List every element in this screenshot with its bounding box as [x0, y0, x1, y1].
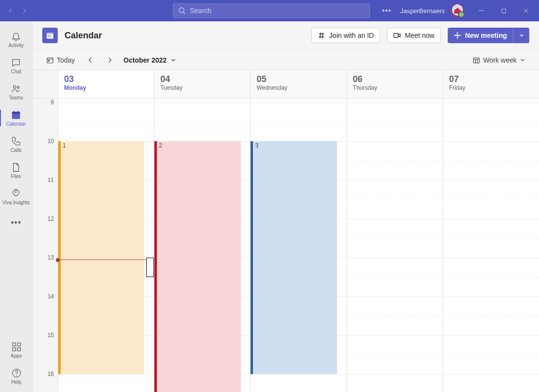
rail-label: Activity: [8, 43, 24, 48]
insights-icon: [11, 188, 21, 199]
day-number: 07: [449, 74, 533, 84]
join-with-id-button[interactable]: Join with an ID: [311, 28, 380, 43]
day-header[interactable]: 06Thursday: [347, 70, 443, 98]
view-label: Work week: [483, 56, 517, 64]
hour-label: 13: [48, 254, 54, 261]
left-rail: Activity Chat Teams Calendar Calls Files…: [0, 21, 33, 392]
chevron-down-icon: [519, 33, 524, 38]
nav-history: [2, 5, 33, 16]
rail-calls[interactable]: Calls: [0, 131, 33, 157]
plus-icon: [454, 32, 461, 39]
search-box[interactable]: [173, 3, 370, 18]
rail-apps[interactable]: Apps: [0, 337, 33, 363]
event-title: 2: [159, 142, 162, 149]
calendar-event[interactable]: 3: [251, 141, 337, 374]
month-picker[interactable]: October 2022: [121, 56, 178, 64]
rail-help[interactable]: Help: [0, 363, 33, 389]
calendar-event[interactable]: 1: [58, 141, 144, 374]
calendar-tile-icon: [42, 28, 58, 43]
rail-label: Calendar: [6, 121, 26, 127]
svg-rect-7: [18, 110, 19, 112]
title-right: ••• JasperBernaers: [379, 0, 537, 21]
avatar-house-icon: [453, 6, 462, 15]
day-column[interactable]: 2: [154, 98, 250, 392]
today-label: Today: [57, 56, 75, 64]
next-week-button[interactable]: [102, 52, 118, 68]
view-selector[interactable]: Work week: [469, 52, 529, 68]
nav-forward-button[interactable]: [18, 5, 30, 16]
svg-rect-10: [12, 347, 15, 350]
svg-rect-21: [473, 58, 479, 63]
file-icon: [11, 162, 21, 173]
rail-label: Teams: [9, 95, 23, 100]
day-header[interactable]: 03Monday: [58, 70, 154, 98]
maximize-button[interactable]: [492, 0, 515, 21]
video-icon: [393, 32, 401, 39]
calendar-header: Calendar Join with an ID Meet now New me…: [33, 21, 539, 50]
rail-more[interactable]: •••: [0, 210, 33, 236]
event-title: 3: [255, 142, 258, 149]
rail-files[interactable]: Files: [0, 157, 33, 183]
rail-calendar[interactable]: Calendar: [0, 105, 33, 131]
calendar-event[interactable]: 2: [154, 141, 240, 392]
day-header[interactable]: 07Friday: [443, 70, 539, 98]
hour-label: 14: [48, 293, 54, 300]
bell-icon: [11, 31, 21, 42]
svg-point-13: [16, 375, 17, 375]
calendar-grid[interactable]: 910111213141516 123: [33, 98, 539, 392]
month-label-text: October 2022: [123, 56, 167, 64]
rail-label: Viva Insights: [2, 200, 30, 205]
time-gutter-head: [33, 70, 58, 98]
meet-now-button[interactable]: Meet now: [387, 28, 441, 43]
hour-label: 12: [48, 215, 54, 222]
rail-teams[interactable]: Teams: [0, 79, 33, 105]
selected-time-slot[interactable]: [146, 258, 154, 277]
title-bar: ••• JasperBernaers: [0, 0, 539, 21]
svg-rect-15: [47, 33, 53, 34]
page-title: Calendar: [65, 31, 102, 41]
day-headers: 03Monday04Tuesday05Wednesday06Thursday07…: [33, 70, 539, 98]
rail-chat[interactable]: Chat: [0, 52, 33, 79]
day-header[interactable]: 04Tuesday: [154, 70, 250, 98]
teams-icon: [11, 83, 21, 94]
chat-icon: [11, 57, 21, 68]
rail-label: Help: [11, 379, 21, 385]
nav-back-button[interactable]: [5, 5, 17, 16]
avatar[interactable]: [451, 4, 464, 17]
day-name: Tuesday: [160, 84, 244, 91]
chevron-down-icon: [170, 57, 176, 63]
day-column[interactable]: [347, 98, 443, 392]
more-icon: •••: [11, 218, 21, 228]
rail-label: Calls: [11, 147, 21, 153]
settings-more-icon[interactable]: •••: [379, 6, 394, 15]
svg-rect-17: [50, 35, 51, 36]
user-name: JasperBernaers: [400, 7, 445, 15]
day-number: 05: [256, 74, 340, 84]
day-name: Wednesday: [256, 84, 340, 91]
now-indicator: [58, 260, 154, 260]
svg-rect-19: [47, 58, 53, 63]
day-name: Monday: [64, 84, 148, 91]
chevron-right-icon: [106, 57, 113, 64]
button-label: New meeting: [465, 32, 507, 39]
new-meeting-button[interactable]: New meeting: [448, 28, 513, 43]
day-name: Friday: [449, 84, 533, 91]
svg-rect-8: [12, 343, 15, 345]
prev-week-button[interactable]: [83, 52, 98, 68]
close-button[interactable]: [515, 0, 537, 21]
day-header[interactable]: 05Wednesday: [250, 70, 346, 98]
day-column[interactable]: 3: [250, 98, 346, 392]
minimize-button[interactable]: [470, 0, 492, 21]
search-input[interactable]: [190, 7, 365, 15]
rail-label: Chat: [11, 69, 21, 74]
today-button[interactable]: Today: [42, 52, 79, 68]
calendar-today-icon: [46, 56, 54, 64]
new-meeting-dropdown[interactable]: [513, 28, 529, 43]
day-column[interactable]: [443, 98, 539, 392]
svg-rect-20: [48, 60, 50, 62]
rail-activity[interactable]: Activity: [0, 26, 33, 52]
rail-viva-insights[interactable]: Viva Insights: [0, 183, 33, 210]
window-controls: [470, 0, 537, 21]
chevron-left-icon: [87, 57, 94, 64]
day-column[interactable]: 1: [58, 98, 154, 392]
